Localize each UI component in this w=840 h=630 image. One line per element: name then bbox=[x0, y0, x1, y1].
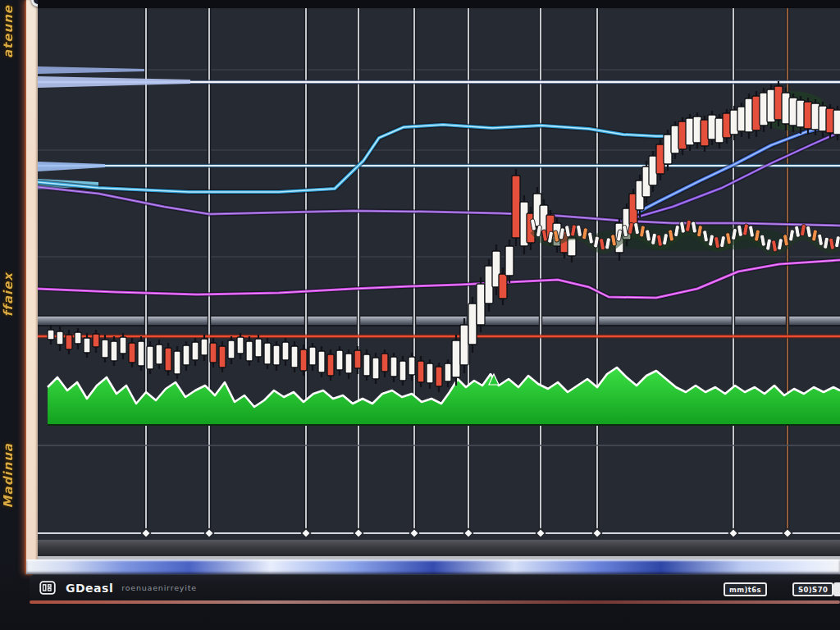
app-window: ateune ffaiex Madinua bbox=[0, 0, 840, 630]
status-bar: GDeasl roenuaenirreyite mm)t6s S0)S70 bbox=[30, 574, 840, 600]
chart-scrollbar[interactable] bbox=[38, 540, 840, 556]
status-badge-button[interactable]: S0)S70 bbox=[792, 582, 833, 596]
watermark-text: Madinua bbox=[1, 443, 16, 508]
window-bottom-reflection bbox=[26, 559, 840, 574]
status-badge-button[interactable]: mm)t6s bbox=[724, 582, 767, 596]
trading-chart-canvas[interactable] bbox=[26, 0, 840, 574]
bottom-glow-divider bbox=[30, 600, 840, 604]
status-badge-stub[interactable] bbox=[833, 582, 840, 596]
watermark-text: ffaiex bbox=[1, 272, 16, 317]
watermark-text: ateune bbox=[1, 5, 16, 58]
status-bar-subtitle: roenuaenirreyite bbox=[121, 583, 197, 592]
status-bar-title: GDeasl bbox=[66, 582, 113, 595]
grid-icon[interactable] bbox=[39, 581, 56, 595]
